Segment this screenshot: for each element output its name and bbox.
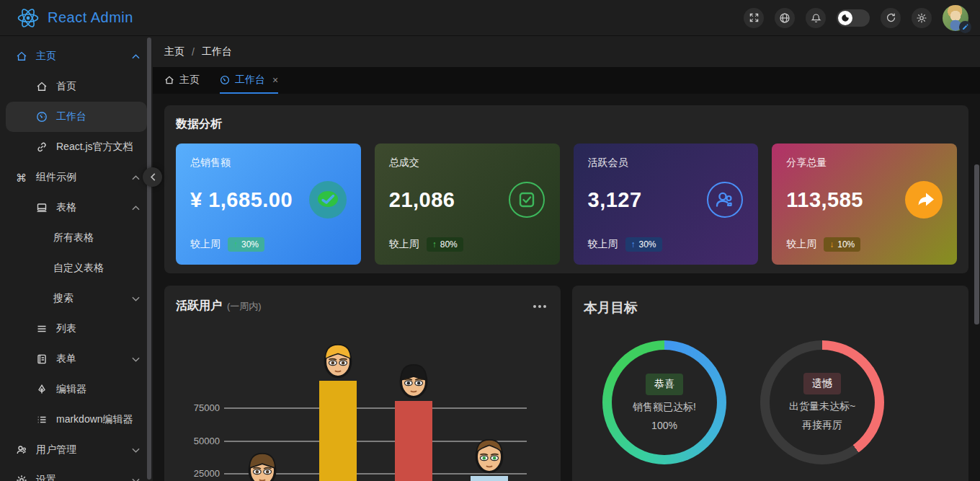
tab-workbench[interactable]: 工作台 × [220,67,278,94]
share-circle-icon [905,181,943,219]
chevron-left-icon [150,173,156,181]
dashboard-gauge-icon [36,111,49,123]
stat-value: 21,086 [389,188,455,212]
moon-icon [841,14,850,22]
sidebar-item-form-group[interactable]: 表单 [6,344,147,374]
analytics-panel: 数据分析 总销售额 ¥ 1,685.00 较上周 ↑ 30% [164,105,968,273]
react-logo-icon [16,6,40,30]
goal-title: 本月目标 [584,299,957,317]
breadcrumb-home[interactable]: 主页 [164,45,184,58]
user-avatar[interactable] [943,5,968,31]
home-icon [36,81,49,92]
chevron-down-icon [132,478,140,481]
bar[interactable] [395,401,432,481]
stat-value: ¥ 1,685.00 [190,188,293,212]
sidebar-item-search[interactable]: 搜索 [6,283,147,314]
goal-sales-ring: 恭喜 销售额已达标! 100% [602,340,726,464]
table-icon [36,202,49,213]
user-avatar-marker [394,361,433,400]
settings-button[interactable] [912,8,932,28]
link-icon [36,141,49,153]
trend-badge: ↑ 30% [625,237,662,252]
breadcrumb: 主页 / 工作台 [153,36,980,67]
language-button[interactable] [775,8,795,28]
compare-label: 较上周 [786,238,816,251]
app-logo[interactable]: React Admin [0,6,133,30]
fullscreen-icon [749,12,760,23]
trend-up-arrow-icon: ↑ [432,239,437,250]
theme-toggle[interactable] [837,9,870,27]
monthly-goal-panel: 本月目标 恭喜 销售额已达标! 100% 遗憾 出货量未达标~ [572,286,968,481]
sidebar-item-homepage[interactable]: 首页 [6,71,147,102]
tab-close-icon[interactable]: × [272,74,278,86]
stat-card-total-sales[interactable]: 总销售额 ¥ 1,685.00 较上周 ↑ 30% [176,144,361,265]
chevron-down-icon [132,357,140,362]
user-avatar-marker [470,436,509,475]
refresh-button[interactable] [881,8,901,28]
active-users-panel: 活跃用户 (一周内) 250005000075000 [164,286,561,481]
pencil-icon [962,24,968,30]
content-area: 数据分析 总销售额 ¥ 1,685.00 较上周 ↑ 30% [153,105,980,481]
sidebar-item-user-management[interactable]: 用户管理 [6,435,147,465]
trend-badge: ↓ 10% [824,237,860,252]
trend-badge: ↑ 80% [427,237,463,252]
sidebar-item-all-tables[interactable]: 所有表格 [6,223,147,253]
refresh-icon [886,12,896,23]
home-icon [16,50,29,62]
form-icon [36,353,49,365]
bar[interactable] [471,476,508,481]
trend-up-arrow-icon: ↑ [233,239,238,250]
sidebar-item-settings[interactable]: 设置 [6,465,147,481]
sidebar-item-workbench[interactable]: 工作台 [6,102,147,132]
bar[interactable] [319,381,357,481]
sidebar-item-tables-group[interactable]: 表格 [6,193,147,223]
command-icon: ⌘ [16,172,29,183]
stat-card-active-members[interactable]: 活跃会员 3,127 较上周 ↑ 30% [574,144,759,265]
trend-up-arrow-icon: ↑ [631,239,636,250]
stat-value: 113,585 [786,188,863,212]
pen-nib-icon [36,384,49,395]
sidebar-item-markdown-editor[interactable]: markdown编辑器 [6,405,147,435]
stat-card-total-deals[interactable]: 总成交 21,086 较上周 ↑ 80% [375,144,560,265]
chevron-up-icon [132,206,140,211]
app-title: React Admin [48,9,133,26]
main-area: 主页 / 工作台 主页 工作台 × 数据分析 总销售额 ¥ 1,685.00 [153,36,980,481]
sidebar-item-home-group[interactable]: 主页 [6,41,147,71]
sidebar-item-editor[interactable]: 编辑器 [6,374,147,405]
edit-badge [959,21,971,33]
checkbox-circle-icon [508,181,545,219]
analytics-title: 数据分析 [176,117,957,132]
breadcrumb-separator: / [192,46,195,58]
stat-cards-row: 总销售额 ¥ 1,685.00 较上周 ↑ 30% [176,144,957,265]
sidebar-collapse-button[interactable] [143,167,162,187]
breadcrumb-current: 工作台 [202,45,232,58]
toggle-knob [838,11,852,25]
users-icon [16,444,29,456]
fullscreen-button[interactable] [744,8,764,28]
sidebar-item-list[interactable]: 列表 [6,314,147,344]
sidebar-item-custom-table[interactable]: 自定义表格 [6,253,147,283]
tab-home[interactable]: 主页 [164,67,200,94]
tab-bar: 主页 工作台 × [153,67,980,94]
content-scrollbar[interactable] [974,164,979,325]
list-icon [36,323,49,335]
gridline [224,407,527,409]
users-circle-icon [706,181,744,219]
sidebar-item-react-docs[interactable]: React.js官方文档 [6,132,147,162]
chevron-down-icon [132,296,140,301]
goal-status-badge: 恭喜 [646,374,683,395]
y-axis-label: 50000 [164,436,220,446]
user-avatar-marker [243,449,282,481]
active-users-bar-chart: 250005000075000 [164,286,561,481]
check-bubble-icon [309,181,347,219]
goal-status-badge: 遗憾 [803,373,841,394]
stat-card-total-shares[interactable]: 分享总量 113,585 较上周 ↓ 10% [772,144,957,265]
sidebar-scrollbar[interactable] [147,37,151,480]
compare-label: 较上周 [588,238,618,251]
stat-value: 3,127 [588,188,642,212]
sidebar-item-components-group[interactable]: ⌘ 组件示例 [6,162,147,193]
notification-button[interactable] [806,8,826,28]
user-avatar-marker [318,340,357,379]
chevron-down-icon [132,448,140,453]
bell-icon [811,12,821,24]
